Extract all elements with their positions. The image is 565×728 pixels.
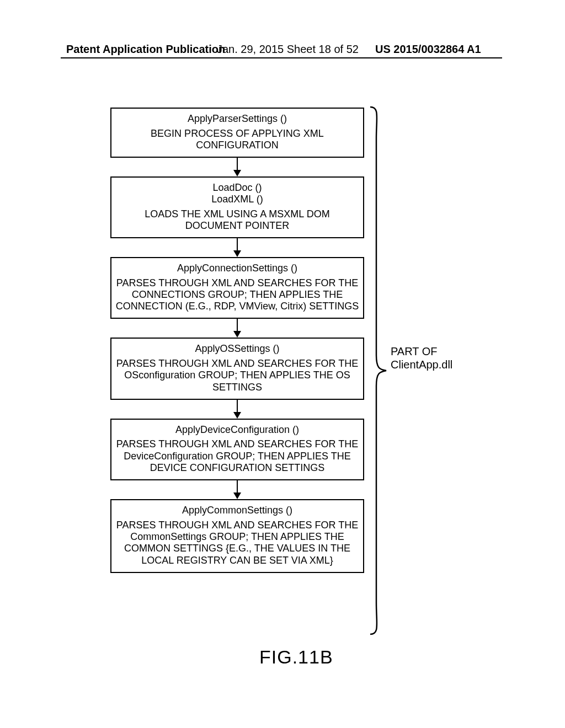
- flow-arrow: [110, 238, 364, 257]
- brace-label: PART OF ClientApp.dll: [391, 345, 452, 371]
- header-patent-number: US 2015/0032864 A1: [375, 43, 481, 56]
- flow-arrow: [110, 400, 364, 419]
- flow-box-fn: ApplyDeviceConfiguration (): [115, 423, 360, 439]
- brace: [369, 106, 387, 635]
- flow-box-fn: ApplyCommonSettings (): [115, 504, 360, 520]
- brace-label-line2: ClientApp.dll: [391, 358, 452, 371]
- flow-box-apply-connection-settings: ApplyConnectionSettings () PARSES THROUG…: [110, 257, 364, 319]
- page: Patent Application Publication Jan. 29, …: [0, 0, 565, 728]
- header-date-sheet: Jan. 29, 2015 Sheet 18 of 52: [217, 43, 359, 56]
- flow-box-apply-parser-settings: ApplyParserSettings () BEGIN PROCESS OF …: [110, 108, 364, 158]
- flowchart: ApplyParserSettings () BEGIN PROCESS OF …: [110, 108, 364, 573]
- flow-box-fn: ApplyOSSettings (): [115, 342, 360, 358]
- brace-label-line1: PART OF: [391, 345, 437, 357]
- flow-box-apply-os-settings: ApplyOSSettings () PARSES THROUGH XML AN…: [110, 338, 364, 399]
- flow-arrow: [110, 480, 364, 499]
- flow-box-fn: ApplyParserSettings (): [115, 112, 360, 128]
- flow-box-apply-common-settings: ApplyCommonSettings () PARSES THROUGH XM…: [110, 499, 364, 573]
- flow-arrow: [110, 319, 364, 338]
- brace-icon: [369, 106, 387, 635]
- flow-box-fn: ApplyConnectionSettings (): [115, 261, 360, 277]
- flow-box-desc: BEGIN PROCESS OF APPLYING XML CONFIGURAT…: [115, 128, 360, 151]
- flow-box-load-doc: LoadDoc () LoadXML () LOADS THE XML USIN…: [110, 176, 364, 238]
- flow-box-desc: PARSES THROUGH XML AND SEARCHES FOR THE …: [115, 358, 360, 393]
- flow-box-apply-device-configuration: ApplyDeviceConfiguration () PARSES THROU…: [110, 419, 364, 480]
- flow-box-desc: PARSES THROUGH XML AND SEARCHES FOR THE …: [115, 277, 360, 313]
- flow-box-desc: PARSES THROUGH XML AND SEARCHES FOR THE …: [115, 520, 360, 566]
- header-publication: Patent Application Publication: [66, 43, 225, 56]
- flow-box-desc: LOADS THE XML USING A MSXML DOM DOCUMENT…: [115, 208, 360, 232]
- flow-arrow: [110, 158, 364, 176]
- flow-box-desc: PARSES THROUGH XML AND SEARCHES FOR THE …: [115, 438, 360, 474]
- figure-label: FIG.11B: [259, 646, 333, 668]
- header-divider: [61, 57, 502, 58]
- flow-box-fn: LoadDoc () LoadXML (): [115, 181, 360, 208]
